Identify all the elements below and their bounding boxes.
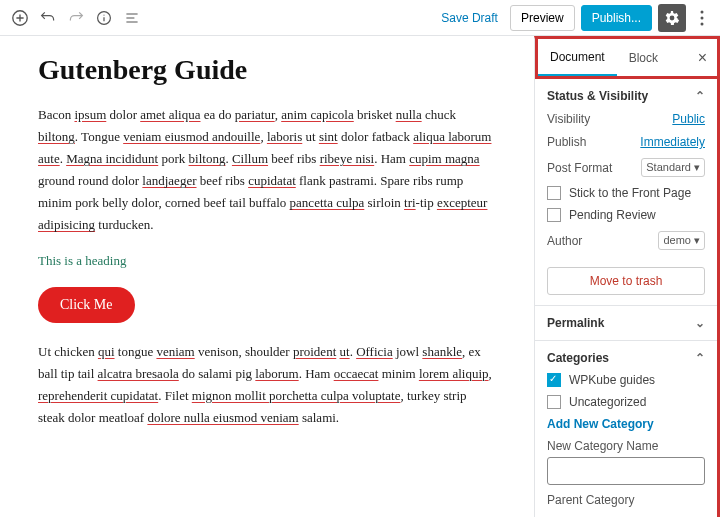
permalink-title: Permalink — [547, 316, 604, 330]
category-label: WPKube guides — [569, 373, 655, 387]
button-block[interactable]: Click Me — [38, 287, 135, 323]
editor-canvas[interactable]: Gutenberg Guide Bacon ipsum dolor amet a… — [0, 36, 534, 517]
status-visibility-toggle[interactable]: Status & Visibility⌃ — [547, 89, 705, 103]
save-draft-link[interactable]: Save Draft — [435, 7, 504, 29]
categories-toggle[interactable]: Categories⌃ — [547, 351, 705, 365]
publish-value[interactable]: Immediately — [640, 135, 705, 149]
stick-label: Stick to the Front Page — [569, 186, 691, 200]
publish-label: Publish — [547, 135, 586, 149]
preview-button[interactable]: Preview — [510, 5, 575, 31]
redo-button[interactable] — [64, 6, 88, 30]
categories-panel: Categories⌃ WPKube guides Uncategorized … — [535, 341, 717, 517]
undo-button[interactable] — [36, 6, 60, 30]
add-new-category-link[interactable]: Add New Category — [547, 417, 654, 431]
top-toolbar: Save Draft Preview Publish... — [0, 0, 720, 36]
svg-point-3 — [701, 16, 704, 19]
move-to-trash-button[interactable]: Move to trash — [547, 267, 705, 295]
new-category-input[interactable] — [547, 457, 705, 485]
pending-label: Pending Review — [569, 208, 656, 222]
visibility-label: Visibility — [547, 112, 590, 126]
tab-block[interactable]: Block — [617, 39, 688, 76]
status-visibility-panel: Status & Visibility⌃ VisibilityPublic Pu… — [535, 79, 717, 306]
visibility-value[interactable]: Public — [672, 112, 705, 126]
paragraph-block-2[interactable]: Ut chicken qui tongue veniam venison, sh… — [38, 341, 496, 429]
more-menu-button[interactable] — [692, 4, 712, 32]
heading-block[interactable]: This is a heading — [38, 253, 496, 269]
post-format-select[interactable]: Standard ▾ — [641, 158, 705, 177]
new-category-label: New Category Name — [547, 439, 705, 453]
toolbar-left — [8, 6, 144, 30]
close-sidebar-button[interactable]: × — [688, 49, 717, 67]
settings-sidebar: Document Block × Status & Visibility⌃ Vi… — [534, 36, 720, 517]
post-format-label: Post Format — [547, 161, 612, 175]
chevron-down-icon: ⌄ — [695, 316, 705, 330]
chevron-up-icon: ⌃ — [695, 89, 705, 103]
category-checkbox-uncategorized[interactable] — [547, 395, 561, 409]
sidebar-tabs: Document Block × — [535, 39, 717, 79]
publish-button[interactable]: Publish... — [581, 5, 652, 31]
parent-category-label: Parent Category — [547, 493, 705, 507]
settings-button[interactable] — [658, 4, 686, 32]
category-checkbox-wpkube[interactable] — [547, 373, 561, 387]
author-label: Author — [547, 234, 582, 248]
tab-document[interactable]: Document — [538, 39, 617, 76]
info-button[interactable] — [92, 6, 116, 30]
author-select[interactable]: demo ▾ — [658, 231, 705, 250]
stick-checkbox[interactable] — [547, 186, 561, 200]
svg-point-2 — [701, 10, 704, 13]
paragraph-block-1[interactable]: Bacon ipsum dolor amet aliqua ea do pari… — [38, 104, 496, 237]
permalink-panel: Permalink⌄ — [535, 306, 717, 341]
permalink-toggle[interactable]: Permalink⌄ — [547, 316, 705, 330]
status-title: Status & Visibility — [547, 89, 648, 103]
svg-point-4 — [701, 22, 704, 25]
category-label: Uncategorized — [569, 395, 646, 409]
add-block-button[interactable] — [8, 6, 32, 30]
toolbar-right: Save Draft Preview Publish... — [435, 4, 712, 32]
outline-button[interactable] — [120, 6, 144, 30]
categories-title: Categories — [547, 351, 609, 365]
main: Gutenberg Guide Bacon ipsum dolor amet a… — [0, 36, 720, 517]
post-title[interactable]: Gutenberg Guide — [38, 54, 496, 86]
chevron-up-icon: ⌃ — [695, 351, 705, 365]
pending-checkbox[interactable] — [547, 208, 561, 222]
